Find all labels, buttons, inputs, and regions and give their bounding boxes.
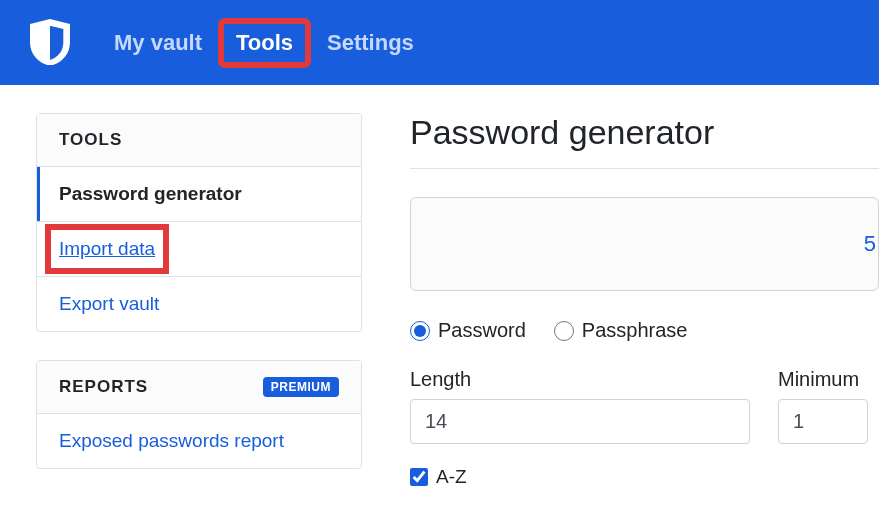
minimum-field: Minimum xyxy=(778,368,868,444)
radio-password[interactable]: Password xyxy=(410,319,526,342)
nav-links: My vault Tools Settings xyxy=(100,22,428,64)
sidebar-item-label: Import data xyxy=(59,238,155,259)
divider xyxy=(410,168,879,169)
sidebar-item-password-generator[interactable]: Password generator xyxy=(37,167,361,222)
generated-fragment: 5 xyxy=(864,231,876,257)
sidebar-item-label: Export vault xyxy=(59,293,159,314)
minimum-label: Minimum xyxy=(778,368,868,391)
reports-header-label: REPORTS xyxy=(59,377,148,397)
nav-tools[interactable]: Tools xyxy=(222,22,307,64)
radio-password-label: Password xyxy=(438,319,526,342)
generated-password-display: 5 xyxy=(410,197,879,291)
sidebar: TOOLS Password generator Import data Exp… xyxy=(36,113,362,497)
top-navbar: My vault Tools Settings xyxy=(0,0,879,85)
main-panel: Password generator 5 Password Passphrase… xyxy=(410,113,879,497)
checkbox-az-label: A-Z xyxy=(436,466,467,488)
length-label: Length xyxy=(410,368,750,391)
sidebar-item-label: Password generator xyxy=(59,183,242,204)
nav-my-vault[interactable]: My vault xyxy=(100,22,216,64)
reports-card: REPORTS PREMIUM Exposed passwords report xyxy=(36,360,362,469)
length-input[interactable] xyxy=(410,399,750,444)
sidebar-item-export-vault[interactable]: Export vault xyxy=(37,277,361,331)
checkbox-az[interactable]: A-Z xyxy=(410,466,879,488)
radio-password-input[interactable] xyxy=(410,321,430,341)
tools-card: TOOLS Password generator Import data Exp… xyxy=(36,113,362,332)
content-area: TOOLS Password generator Import data Exp… xyxy=(0,85,879,497)
shield-icon xyxy=(30,19,70,66)
sidebar-item-import-data[interactable]: Import data xyxy=(37,222,361,277)
tools-header-label: TOOLS xyxy=(59,130,122,150)
nav-settings[interactable]: Settings xyxy=(313,22,428,64)
sidebar-item-label: Exposed passwords report xyxy=(59,430,284,451)
radio-passphrase[interactable]: Passphrase xyxy=(554,319,688,342)
page-title: Password generator xyxy=(410,113,879,152)
tools-header: TOOLS xyxy=(37,114,361,167)
length-field: Length xyxy=(410,368,750,444)
radio-passphrase-input[interactable] xyxy=(554,321,574,341)
premium-badge: PREMIUM xyxy=(263,377,339,397)
minimum-input[interactable] xyxy=(778,399,868,444)
brand-logo[interactable] xyxy=(30,19,70,67)
length-row: Length Minimum xyxy=(410,368,879,444)
reports-header: REPORTS PREMIUM xyxy=(37,361,361,414)
radio-passphrase-label: Passphrase xyxy=(582,319,688,342)
type-radio-group: Password Passphrase xyxy=(410,319,879,342)
checkbox-az-input[interactable] xyxy=(410,468,428,486)
sidebar-item-exposed-passwords[interactable]: Exposed passwords report xyxy=(37,414,361,468)
